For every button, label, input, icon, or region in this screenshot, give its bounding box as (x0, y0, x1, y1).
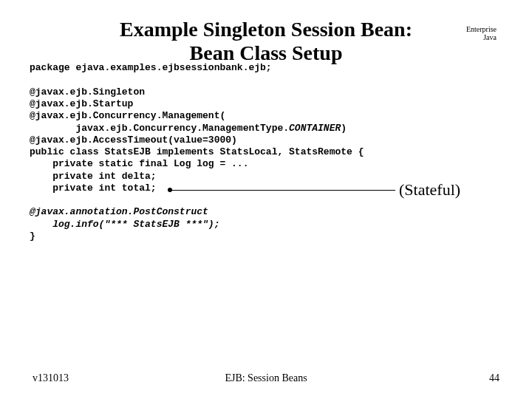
stateful-annotation: (Stateful) (170, 183, 488, 198)
code-line: log.info("*** StatsEJB ***"); (30, 219, 219, 230)
annotation-line-icon (170, 190, 395, 191)
code-line: public class StatsEJB implements StatsLo… (30, 146, 364, 157)
title-line1: Example Singleton Session Bean: (120, 18, 412, 41)
code-line: package ejava.examples.ejbsessionbank.ej… (30, 62, 272, 73)
corner-line2: Java (466, 33, 497, 41)
code-keyword: CONTAINER (289, 123, 341, 134)
corner-line1: Enterprise (466, 25, 497, 33)
code-line: @javax.ejb.AccessTimeout(value=3000) (30, 134, 237, 146)
code-line: @javax.ejb.Concurrency.Management( (30, 110, 225, 121)
footer-title: EJB: Session Beans (188, 372, 344, 384)
code-line: @javax.ejb.Startup (30, 98, 133, 109)
code-line: private int delta; (30, 171, 157, 182)
title-line2: Bean Class Setup (190, 41, 343, 64)
footer-version: v131013 (33, 372, 188, 384)
code-line: @javax.annotation.PostConstruct (30, 206, 208, 217)
code-line: } (30, 231, 35, 242)
slide-title: Example Singleton Session Bean: Bean Cla… (81, 18, 451, 65)
code-line: private int total; (30, 183, 157, 194)
code-block: package ejava.examples.ejbsessionbank.ej… (30, 62, 502, 242)
footer-page-number: 44 (344, 372, 499, 384)
slide-footer: v131013 EJB: Session Beans 44 (0, 372, 532, 384)
code-line: @javax.ejb.Singleton (30, 86, 145, 98)
annotation-label: (Stateful) (399, 180, 460, 200)
code-line: javax.ejb.Concurrency.ManagementType. (30, 123, 289, 134)
code-line: private static final Log log = ... (30, 158, 248, 169)
code-line: ) (341, 123, 347, 134)
corner-tag: Enterprise Java (466, 25, 497, 41)
